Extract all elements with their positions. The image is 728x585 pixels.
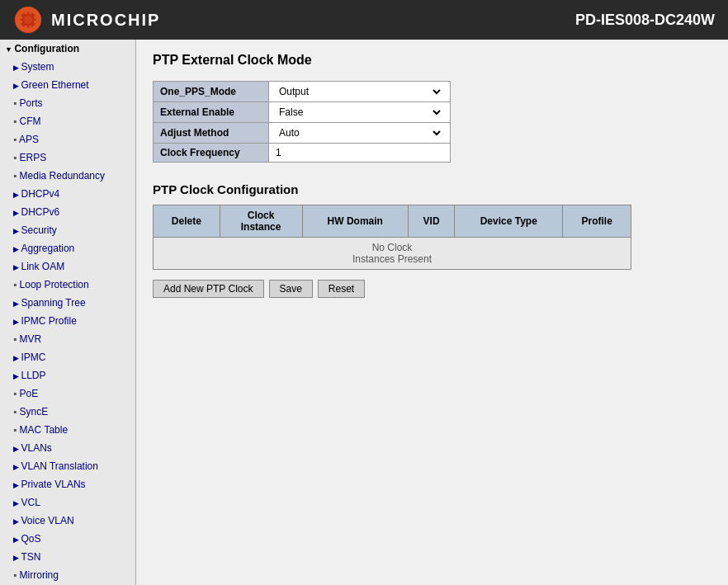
sidebar-item-synce[interactable]: SyncE [0,403,135,421]
sidebar-item-private-vlans[interactable]: Private VLANs [0,475,135,493]
sidebar-item-poe[interactable]: PoE [0,384,135,403]
logo-text: MICROCHIP [51,11,160,30]
sidebar-item-mvr[interactable]: MVR [0,330,135,348]
form-row-clock-frequency: Clock Frequency [154,144,451,163]
sidebar-item-dhcpv6[interactable]: DHCPv6 [0,203,135,221]
svg-point-10 [24,16,32,24]
device-id: PD-IES008-DC240W [575,12,715,29]
clock-table-header-row: Delete ClockInstance HW Domain VID Devic… [154,205,631,238]
sidebar-item-configuration[interactable]: Configuration [0,40,135,58]
external-clock-title: PTP External Clock Mode [153,53,711,68]
clock-frequency-input[interactable] [276,147,443,158]
sidebar-item-vlans[interactable]: VLANs [0,439,135,457]
external-enable-value[interactable]: False True [269,102,451,123]
sidebar-item-mirroring[interactable]: Mirroring [0,566,135,584]
one-pps-value[interactable]: Output Input Disable [269,82,451,102]
sidebar-item-aggregation[interactable]: Aggregation [0,239,135,257]
svg-rect-8 [34,17,38,19]
sidebar-item-tsn[interactable]: TSN [0,548,135,566]
svg-rect-7 [18,21,22,23]
col-device-type: Device Type [455,205,563,238]
external-enable-label: External Enable [154,102,269,123]
col-hw-domain: HW Domain [302,205,408,238]
external-enable-select[interactable]: False True [276,106,443,119]
svg-rect-2 [25,10,27,14]
sidebar: Configuration System Green Ethernet Port… [0,40,136,585]
svg-rect-6 [18,17,22,19]
sidebar-item-vlan-translation[interactable]: VLAN Translation [0,457,135,475]
sidebar-item-security[interactable]: Security [0,221,135,239]
clock-config-table: Delete ClockInstance HW Domain VID Devic… [153,205,631,270]
microchip-logo-icon [13,5,43,35]
sidebar-item-voice-vlan[interactable]: Voice VLAN [0,512,135,530]
sidebar-item-cfm[interactable]: CFM [0,112,135,130]
sidebar-item-loop-protection[interactable]: Loop Protection [0,276,135,294]
logo-area: MICROCHIP [13,5,160,35]
sidebar-item-qos[interactable]: QoS [0,530,135,548]
form-row-one-pps: One_PPS_Mode Output Input Disable [154,82,451,102]
action-buttons: Add New PTP Clock Save Reset [153,280,711,298]
col-clock-instance: ClockInstance [220,205,302,238]
one-pps-label: One_PPS_Mode [154,82,269,102]
sidebar-item-aps[interactable]: APS [0,130,135,149]
sidebar-item-system[interactable]: System [0,58,135,76]
sidebar-item-ports[interactable]: Ports [0,94,135,112]
layout: Configuration System Green Ethernet Port… [0,40,728,585]
clock-frequency-label: Clock Frequency [154,144,269,163]
main-content: PTP External Clock Mode One_PPS_Mode Out… [136,40,728,585]
sidebar-item-green-ethernet[interactable]: Green Ethernet [0,76,135,94]
sidebar-item-media-redundancy[interactable]: Media Redundancy [0,167,135,185]
one-pps-select[interactable]: Output Input Disable [276,85,443,98]
col-profile: Profile [563,205,631,238]
sidebar-item-ipmc[interactable]: IPMC [0,348,135,366]
sidebar-item-lldp[interactable]: LLDP [0,366,135,384]
save-button[interactable]: Save [269,280,313,298]
clock-config-title: PTP Clock Configuration [153,182,711,196]
no-data-message: No ClockInstances Present [154,238,631,270]
clock-table-empty-row: No ClockInstances Present [154,238,631,270]
form-row-external-enable: External Enable False True [154,102,451,123]
reset-button[interactable]: Reset [318,280,365,298]
adjust-method-select[interactable]: Auto Internal External [276,126,443,139]
header: MICROCHIP PD-IES008-DC240W [0,0,728,40]
adjust-method-value[interactable]: Auto Internal External [269,123,451,144]
sidebar-item-mac-table[interactable]: MAC Table [0,421,135,439]
svg-rect-3 [29,10,31,14]
sidebar-item-dhcpv4[interactable]: DHCPv4 [0,185,135,203]
sidebar-item-ipmc-profile[interactable]: IPMC Profile [0,312,135,330]
svg-rect-5 [29,26,31,30]
form-row-adjust-method: Adjust Method Auto Internal External [154,123,451,144]
sidebar-item-spanning-tree[interactable]: Spanning Tree [0,294,135,312]
col-delete: Delete [154,205,220,238]
add-new-ptp-clock-button[interactable]: Add New PTP Clock [153,280,264,298]
sidebar-item-vcl[interactable]: VCL [0,493,135,512]
adjust-method-label: Adjust Method [154,123,269,144]
sidebar-item-link-oam[interactable]: Link OAM [0,257,135,276]
col-vid: VID [408,205,454,238]
svg-rect-4 [25,26,27,30]
clock-frequency-value[interactable] [269,144,451,163]
sidebar-item-erps[interactable]: ERPS [0,149,135,167]
external-clock-form: One_PPS_Mode Output Input Disable Extern… [153,81,451,163]
svg-rect-9 [34,21,38,23]
